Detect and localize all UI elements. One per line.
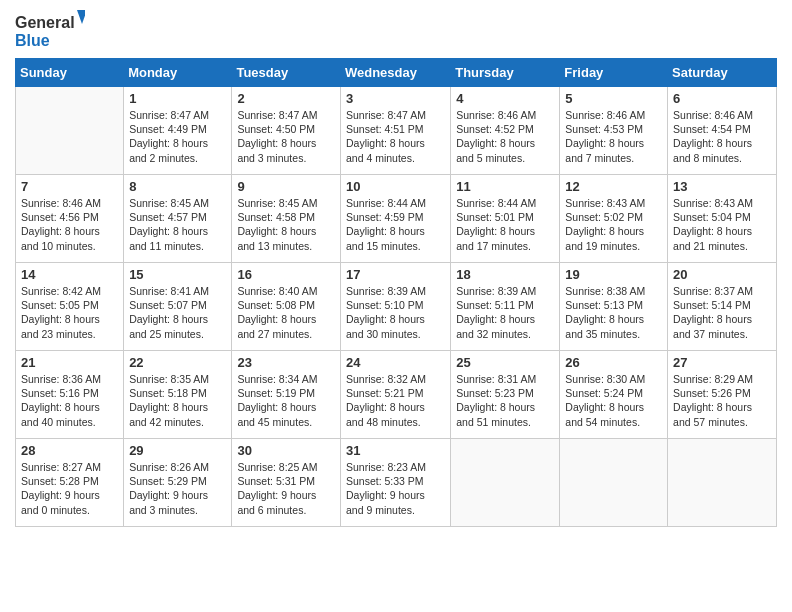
calendar-cell: 29Sunrise: 8:26 AM Sunset: 5:29 PM Dayli… [124, 439, 232, 527]
calendar-cell: 25Sunrise: 8:31 AM Sunset: 5:23 PM Dayli… [451, 351, 560, 439]
header: General Blue [15, 10, 777, 50]
day-number: 19 [565, 267, 662, 282]
day-info: Sunrise: 8:47 AM Sunset: 4:49 PM Dayligh… [129, 108, 226, 165]
col-wednesday: Wednesday [340, 59, 450, 87]
day-number: 27 [673, 355, 771, 370]
day-info: Sunrise: 8:34 AM Sunset: 5:19 PM Dayligh… [237, 372, 335, 429]
day-info: Sunrise: 8:44 AM Sunset: 5:01 PM Dayligh… [456, 196, 554, 253]
day-number: 1 [129, 91, 226, 106]
day-info: Sunrise: 8:40 AM Sunset: 5:08 PM Dayligh… [237, 284, 335, 341]
day-info: Sunrise: 8:39 AM Sunset: 5:11 PM Dayligh… [456, 284, 554, 341]
day-number: 30 [237, 443, 335, 458]
day-info: Sunrise: 8:44 AM Sunset: 4:59 PM Dayligh… [346, 196, 445, 253]
day-info: Sunrise: 8:46 AM Sunset: 4:54 PM Dayligh… [673, 108, 771, 165]
calendar-cell: 15Sunrise: 8:41 AM Sunset: 5:07 PM Dayli… [124, 263, 232, 351]
day-number: 31 [346, 443, 445, 458]
calendar-cell: 30Sunrise: 8:25 AM Sunset: 5:31 PM Dayli… [232, 439, 341, 527]
day-info: Sunrise: 8:46 AM Sunset: 4:56 PM Dayligh… [21, 196, 118, 253]
day-info: Sunrise: 8:26 AM Sunset: 5:29 PM Dayligh… [129, 460, 226, 517]
calendar-week-5: 28Sunrise: 8:27 AM Sunset: 5:28 PM Dayli… [16, 439, 777, 527]
calendar-week-4: 21Sunrise: 8:36 AM Sunset: 5:16 PM Dayli… [16, 351, 777, 439]
page: General Blue Sunday Monday Tuesday Wedne… [0, 0, 792, 612]
calendar-cell: 19Sunrise: 8:38 AM Sunset: 5:13 PM Dayli… [560, 263, 668, 351]
day-info: Sunrise: 8:25 AM Sunset: 5:31 PM Dayligh… [237, 460, 335, 517]
day-info: Sunrise: 8:45 AM Sunset: 4:58 PM Dayligh… [237, 196, 335, 253]
calendar-cell: 27Sunrise: 8:29 AM Sunset: 5:26 PM Dayli… [668, 351, 777, 439]
day-number: 20 [673, 267, 771, 282]
calendar-cell [560, 439, 668, 527]
calendar-header: Sunday Monday Tuesday Wednesday Thursday… [16, 59, 777, 87]
day-number: 12 [565, 179, 662, 194]
day-number: 24 [346, 355, 445, 370]
calendar-cell: 5Sunrise: 8:46 AM Sunset: 4:53 PM Daylig… [560, 87, 668, 175]
day-number: 18 [456, 267, 554, 282]
day-number: 28 [21, 443, 118, 458]
calendar-cell: 24Sunrise: 8:32 AM Sunset: 5:21 PM Dayli… [340, 351, 450, 439]
day-info: Sunrise: 8:31 AM Sunset: 5:23 PM Dayligh… [456, 372, 554, 429]
calendar-cell: 20Sunrise: 8:37 AM Sunset: 5:14 PM Dayli… [668, 263, 777, 351]
calendar-cell: 3Sunrise: 8:47 AM Sunset: 4:51 PM Daylig… [340, 87, 450, 175]
day-number: 17 [346, 267, 445, 282]
day-info: Sunrise: 8:41 AM Sunset: 5:07 PM Dayligh… [129, 284, 226, 341]
svg-text:General: General [15, 14, 75, 31]
calendar-cell [668, 439, 777, 527]
calendar-cell: 28Sunrise: 8:27 AM Sunset: 5:28 PM Dayli… [16, 439, 124, 527]
day-number: 7 [21, 179, 118, 194]
svg-text:Blue: Blue [15, 32, 50, 49]
day-number: 10 [346, 179, 445, 194]
calendar-cell: 10Sunrise: 8:44 AM Sunset: 4:59 PM Dayli… [340, 175, 450, 263]
day-number: 16 [237, 267, 335, 282]
calendar-cell: 7Sunrise: 8:46 AM Sunset: 4:56 PM Daylig… [16, 175, 124, 263]
day-info: Sunrise: 8:46 AM Sunset: 4:53 PM Dayligh… [565, 108, 662, 165]
svg-marker-2 [77, 10, 85, 24]
day-number: 6 [673, 91, 771, 106]
day-info: Sunrise: 8:38 AM Sunset: 5:13 PM Dayligh… [565, 284, 662, 341]
day-number: 5 [565, 91, 662, 106]
day-number: 9 [237, 179, 335, 194]
calendar-week-2: 7Sunrise: 8:46 AM Sunset: 4:56 PM Daylig… [16, 175, 777, 263]
calendar-cell: 9Sunrise: 8:45 AM Sunset: 4:58 PM Daylig… [232, 175, 341, 263]
day-number: 11 [456, 179, 554, 194]
calendar-cell: 12Sunrise: 8:43 AM Sunset: 5:02 PM Dayli… [560, 175, 668, 263]
col-thursday: Thursday [451, 59, 560, 87]
day-info: Sunrise: 8:30 AM Sunset: 5:24 PM Dayligh… [565, 372, 662, 429]
day-info: Sunrise: 8:23 AM Sunset: 5:33 PM Dayligh… [346, 460, 445, 517]
calendar-cell: 2Sunrise: 8:47 AM Sunset: 4:50 PM Daylig… [232, 87, 341, 175]
day-number: 2 [237, 91, 335, 106]
header-row: Sunday Monday Tuesday Wednesday Thursday… [16, 59, 777, 87]
calendar-week-3: 14Sunrise: 8:42 AM Sunset: 5:05 PM Dayli… [16, 263, 777, 351]
calendar-cell: 4Sunrise: 8:46 AM Sunset: 4:52 PM Daylig… [451, 87, 560, 175]
calendar-cell: 16Sunrise: 8:40 AM Sunset: 5:08 PM Dayli… [232, 263, 341, 351]
calendar-cell: 31Sunrise: 8:23 AM Sunset: 5:33 PM Dayli… [340, 439, 450, 527]
col-tuesday: Tuesday [232, 59, 341, 87]
day-number: 21 [21, 355, 118, 370]
day-number: 22 [129, 355, 226, 370]
calendar-cell: 11Sunrise: 8:44 AM Sunset: 5:01 PM Dayli… [451, 175, 560, 263]
day-info: Sunrise: 8:36 AM Sunset: 5:16 PM Dayligh… [21, 372, 118, 429]
day-number: 29 [129, 443, 226, 458]
day-info: Sunrise: 8:35 AM Sunset: 5:18 PM Dayligh… [129, 372, 226, 429]
day-info: Sunrise: 8:46 AM Sunset: 4:52 PM Dayligh… [456, 108, 554, 165]
day-info: Sunrise: 8:47 AM Sunset: 4:51 PM Dayligh… [346, 108, 445, 165]
calendar-cell: 6Sunrise: 8:46 AM Sunset: 4:54 PM Daylig… [668, 87, 777, 175]
calendar-week-1: 1Sunrise: 8:47 AM Sunset: 4:49 PM Daylig… [16, 87, 777, 175]
logo: General Blue [15, 10, 85, 50]
calendar-cell [451, 439, 560, 527]
day-number: 23 [237, 355, 335, 370]
calendar-cell: 1Sunrise: 8:47 AM Sunset: 4:49 PM Daylig… [124, 87, 232, 175]
calendar-cell: 26Sunrise: 8:30 AM Sunset: 5:24 PM Dayli… [560, 351, 668, 439]
calendar-cell: 8Sunrise: 8:45 AM Sunset: 4:57 PM Daylig… [124, 175, 232, 263]
col-friday: Friday [560, 59, 668, 87]
day-number: 8 [129, 179, 226, 194]
day-number: 25 [456, 355, 554, 370]
day-info: Sunrise: 8:37 AM Sunset: 5:14 PM Dayligh… [673, 284, 771, 341]
calendar-cell: 23Sunrise: 8:34 AM Sunset: 5:19 PM Dayli… [232, 351, 341, 439]
day-info: Sunrise: 8:45 AM Sunset: 4:57 PM Dayligh… [129, 196, 226, 253]
day-info: Sunrise: 8:39 AM Sunset: 5:10 PM Dayligh… [346, 284, 445, 341]
day-number: 15 [129, 267, 226, 282]
calendar-cell: 14Sunrise: 8:42 AM Sunset: 5:05 PM Dayli… [16, 263, 124, 351]
day-info: Sunrise: 8:43 AM Sunset: 5:02 PM Dayligh… [565, 196, 662, 253]
day-number: 13 [673, 179, 771, 194]
calendar-cell: 17Sunrise: 8:39 AM Sunset: 5:10 PM Dayli… [340, 263, 450, 351]
calendar-body: 1Sunrise: 8:47 AM Sunset: 4:49 PM Daylig… [16, 87, 777, 527]
